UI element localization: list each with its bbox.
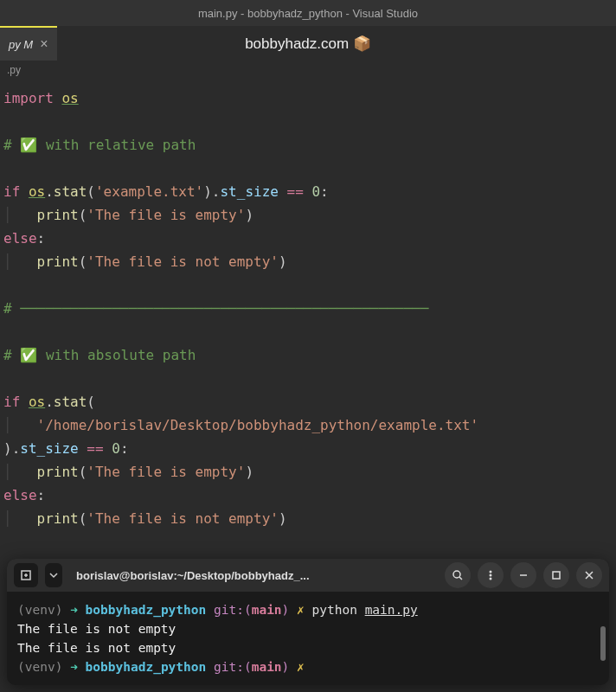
new-tab-button[interactable]	[14, 563, 38, 587]
scrollbar[interactable]	[600, 626, 606, 661]
svg-point-3	[490, 574, 492, 577]
close-icon[interactable]: ×	[40, 36, 48, 52]
menu-icon[interactable]	[478, 562, 504, 588]
title-bar: main.py - bobbyhadz_python - Visual Stud…	[0, 0, 616, 26]
close-button[interactable]	[576, 562, 602, 588]
svg-point-2	[490, 571, 492, 573]
terminal-body[interactable]: (venv) ➜ bobbyhadz_python git:(main) ✗ p…	[7, 592, 609, 685]
svg-point-1	[453, 571, 460, 578]
terminal-output: The file is not empty	[17, 619, 599, 638]
terminal-window: borislav@borislav:~/Desktop/bobbyhadz_..…	[7, 559, 609, 685]
watermark: bobbyhadz.com 📦	[245, 35, 371, 53]
tab-label: py M	[9, 38, 33, 51]
svg-point-4	[490, 578, 492, 580]
search-icon[interactable]	[445, 562, 471, 588]
maximize-button[interactable]	[543, 562, 569, 588]
terminal-title: borislav@borislav:~/Desktop/bobbyhadz_..…	[69, 569, 438, 582]
terminal-output: The file is not empty	[17, 638, 599, 657]
minimize-button[interactable]	[510, 562, 536, 588]
window-title: main.py - bobbyhadz_python - Visual Stud…	[198, 7, 418, 20]
breadcrumb[interactable]: .py	[0, 61, 616, 80]
code-editor[interactable]: import os # ✅ with relative path if os.s…	[0, 80, 616, 537]
svg-rect-5	[553, 572, 560, 579]
active-tab[interactable]: py M ×	[0, 26, 57, 61]
dropdown-button[interactable]	[45, 563, 62, 587]
tab-bar: py M × bobbyhadz.com 📦	[0, 26, 616, 61]
terminal-header: borislav@borislav:~/Desktop/bobbyhadz_..…	[7, 559, 609, 592]
